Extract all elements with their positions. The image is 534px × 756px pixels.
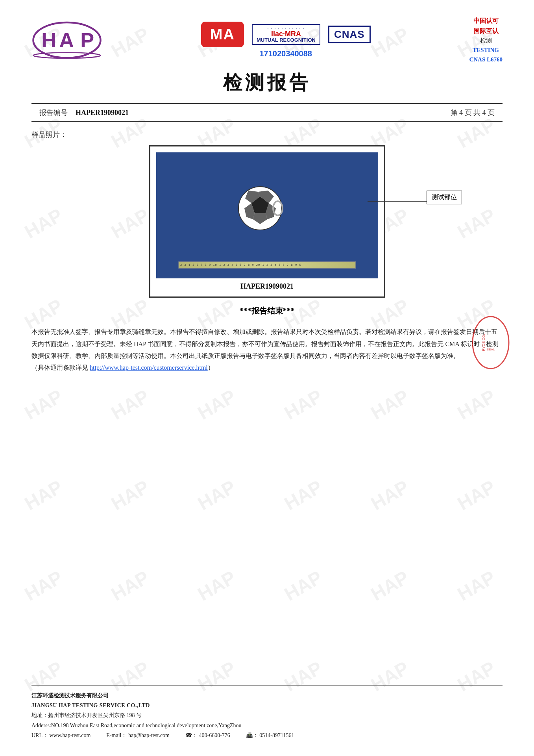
image-wrapper: 2 3 4 5 6 7 8 9 10 1 2 3 4 5 6 7 8 9 20 … [149,145,385,298]
image-caption: HAPER19090021 [156,282,378,291]
football-svg [237,185,288,236]
watermark: HAP [107,476,153,514]
ruler: 2 3 4 5 6 7 8 9 10 1 2 3 4 5 6 7 8 9 20 … [178,261,356,269]
watermark: HAP [194,385,239,424]
red-stamp: RYCE CO. SEAL [471,315,510,370]
china-cert-line1: 中国认可 [469,16,503,26]
hap-logo: H A P [31,20,102,60]
footer-company-cn: 江苏环遹检测技术服务有限公司 [31,691,503,700]
svg-text:A: A [59,29,74,52]
footer-url-value: www.hap-test.com [50,732,91,738]
watermark: HAP [454,385,499,424]
callout-line-svg [368,194,446,209]
watermark: HAP [367,476,412,514]
header: H A P MA · · · · · · · · · · [31,16,503,64]
disclaimer-text: 本报告无批准人签字、报告专用章及骑缝章无效。本报告不得擅自修改、增加或删除。报告… [31,328,499,359]
watermark: HAP [281,385,326,424]
right-info: 中国认可 国际互认 检测 TESTING CNAS L6760 [469,16,503,64]
footer-fax-value: 0514-89711561 [259,732,294,738]
cnas-badge: CNAS [328,26,371,43]
china-cert-line2: 国际互认 [469,26,503,36]
watermark: HAP [21,476,66,514]
page: HAP HAP HAP HAP HAP HAP HAP HAP HAP HAP … [0,0,534,756]
ma-badge: MA [201,22,244,47]
footer-email-value: hap@hap-test.com [128,732,170,738]
footer: 江苏环遹检测技术服务有限公司 JIANGSU HAP TESTING SERVI… [31,686,503,740]
image-section: 2 3 4 5 6 7 8 9 10 1 2 3 4 5 6 7 8 9 20 … [31,145,503,298]
report-number: HAPER19090021 [76,109,129,117]
footer-phone-label: ☎： [185,732,198,738]
mra-line: MUTUAL RECOGNITION [257,37,316,43]
watermark: HAP [107,385,153,424]
footer-email-label: E-mail： [106,732,127,738]
svg-text:SEAL: SEAL [487,348,495,351]
svg-text:RYCE CO.: RYCE CO. [482,334,486,351]
report-meta-left: 报告编号 HAPER19090021 [39,108,129,117]
svg-text:P: P [80,29,94,52]
watermark: HAP [194,476,239,514]
watermark: HAP [454,566,499,605]
product-image: 2 3 4 5 6 7 8 9 10 1 2 3 4 5 6 7 8 9 20 … [156,152,378,278]
footer-company-en: JIANGSU HAP TESTING SERVICE CO.,LTD [31,700,503,710]
report-title: 检测报告 [31,70,503,95]
page-info: 第 4 页 共 4 页 [451,108,495,117]
disclaimer: 本报告无批准人签字、报告专用章及骑缝章无效。本报告不得擅自修改、增加或删除。报告… [31,326,503,374]
image-frame: 2 3 4 5 6 7 8 9 10 1 2 3 4 5 6 7 8 9 20 … [149,145,385,298]
china-cert-line3: 检测 [469,36,503,45]
disclaimer-link-url[interactable]: http://www.hap-test.com/customerservice.… [90,364,208,371]
testing-label: TESTING [469,45,503,55]
footer-url-label: URL： [31,732,48,738]
watermark: HAP [281,476,326,514]
footer-address-cn: 地址：扬州市经济技术开发区吴州东路 198 号 [31,710,503,720]
footer-contact: URL： www.hap-test.com E-mail： hap@hap-te… [31,730,503,740]
report-end: ***报告结束*** [31,306,503,316]
sample-label: 样品照片： [31,130,503,139]
watermark: HAP [107,566,153,605]
ma-badge-area: MA [201,22,244,47]
test-location-callout: 测试部位 [427,191,462,204]
callout-container: 测试部位 [427,191,462,204]
watermark: HAP [21,385,66,424]
footer-phone: ☎： 400-6600-776 [185,730,230,740]
footer-fax: 📠： 0514-89711561 [246,730,294,740]
footer-email: E-mail： hap@hap-test.com [106,730,170,740]
watermark: HAP [281,566,326,605]
report-number-label: 报告编号 [39,108,68,117]
ilac-badge: · · · · · · · · · · · ilac·MRA MUTUAL RE… [252,24,320,45]
footer-address-en: Adderss:NO.198 Wuzhou East Road,economic… [31,721,503,730]
cert-number: 171020340088 [259,49,312,58]
ilac-main-text: ilac·MRA [257,30,316,37]
watermark: HAP [367,566,412,605]
footer-phone-value: 400-6600-776 [199,732,230,738]
disclaimer-link[interactable]: （具体通用条款详见 http://www.hap-test.com/custom… [31,364,214,371]
footer-url: URL： www.hap-test.com [31,730,91,740]
watermark: HAP [21,566,66,605]
badges-row: MA · · · · · · · · · · · ilac·MRA MUTUAL… [201,22,371,47]
cnas-number: CNAS L6760 [469,55,503,64]
footer-fax-label: 📠： [246,732,258,738]
svg-text:H: H [41,29,56,52]
watermark: HAP [194,566,239,605]
report-meta: 报告编号 HAPER19090021 第 4 页 共 4 页 [31,103,503,122]
center-logos: MA · · · · · · · · · · · ilac·MRA MUTUAL… [201,22,371,58]
watermark: HAP [367,385,412,424]
watermark: HAP [454,476,499,514]
product-content: 2 3 4 5 6 7 8 9 10 1 2 3 4 5 6 7 8 9 20 … [156,152,378,278]
red-stamp-svg: RYCE CO. SEAL [471,315,510,370]
logo-area: H A P [31,20,102,60]
svg-point-14 [473,317,509,369]
